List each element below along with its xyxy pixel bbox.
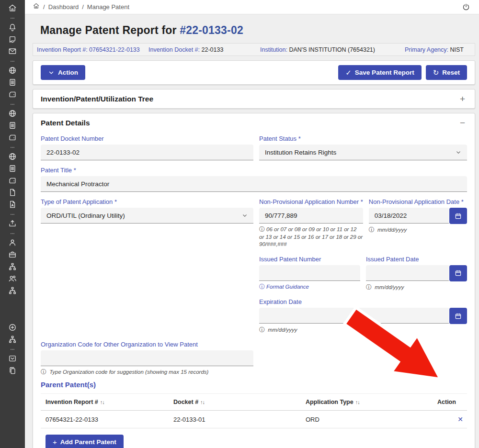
menu-dots-icon — [7, 231, 18, 236]
col-action: Action — [433, 394, 467, 411]
notifications-bell-icon[interactable] — [7, 22, 18, 32]
globe-icon[interactable] — [7, 152, 18, 161]
sort-icon[interactable]: ↑↓ — [355, 399, 360, 405]
application-type-value: ORD/UTIL (Ordinary Utility) — [46, 212, 125, 219]
np-number-hint: ⓘ06 or 07 or 08 or 09 or 10 or 11 or 12 … — [259, 225, 363, 248]
file-report-icon[interactable] — [7, 200, 18, 209]
institution: Institution: DAN'S INSTITUTION (7654321) — [256, 46, 401, 53]
calendar-icon — [454, 312, 462, 320]
globe-icon[interactable] — [7, 66, 18, 75]
issued-number-input[interactable] — [259, 265, 360, 281]
chevron-down-icon — [241, 213, 248, 219]
document-list-icon[interactable] — [7, 78, 18, 87]
info-icon: ⓘ — [369, 226, 375, 233]
breadcrumb-dashboard[interactable]: Dashboard — [48, 3, 79, 11]
cell-docket: 22-0133-01 — [169, 411, 301, 428]
mail-icon[interactable] — [7, 46, 18, 56]
patent-docket-input[interactable] — [41, 145, 253, 160]
invention-report-number: Invention Report #: 07654321-22-0133 — [33, 46, 145, 53]
power-logout-button[interactable] — [462, 3, 470, 11]
action-dropdown-button[interactable]: Action — [41, 65, 85, 80]
reset-button[interactable]: ↻ Reset — [426, 65, 467, 80]
inbox-icon[interactable] — [7, 354, 18, 363]
issued-date-hint: ⓘ mm/dd/yyyy — [366, 283, 467, 291]
org-code-field: Organization Code for Other Organization… — [41, 341, 253, 376]
cell-invention-report: 07654321-22-0133 — [41, 411, 169, 428]
patent-status-label: Patent Status * — [259, 135, 467, 142]
col-application-type[interactable]: Application Type↑↓ — [301, 394, 433, 411]
org-code-input[interactable] — [41, 350, 253, 366]
chat-icon[interactable] — [7, 34, 18, 44]
org-chart-icon[interactable] — [7, 286, 18, 295]
topbar: / Dashboard / Manage Patent — [25, 0, 479, 14]
left-nav-sidebar — [0, 0, 25, 448]
save-patent-report-button[interactable]: ✓ Save Patent Report — [338, 65, 421, 80]
breadcrumb: / Dashboard / Manage Patent — [33, 2, 129, 12]
issued-date-calendar-button[interactable] — [449, 265, 467, 281]
home-icon[interactable] — [33, 2, 40, 10]
menu-dots-icon — [7, 212, 18, 217]
expiration-date-field: Expiration Date ⓘ mm/dd/yyyy — [259, 298, 467, 334]
add-circle-icon[interactable] — [7, 323, 18, 332]
upload-icon[interactable] — [7, 219, 18, 228]
wallet-icon[interactable] — [7, 133, 18, 142]
globe-icon[interactable] — [7, 109, 18, 118]
application-type-field: Type of Patent Application * ORD/UTIL (O… — [41, 198, 253, 337]
application-type-select[interactable]: ORD/UTIL (Ordinary Utility) — [41, 208, 253, 224]
home-icon[interactable] — [7, 3, 18, 13]
application-type-label: Type of Patent Application * — [41, 198, 253, 205]
format-guidance-link[interactable]: ⓘFormat Guidance — [259, 283, 360, 291]
col-invention-report[interactable]: Invention Report #↑↓ — [41, 394, 169, 411]
info-icon: ⓘ — [366, 284, 372, 291]
toolbar-right: ✓ Save Patent Report ↻ Reset — [338, 65, 467, 80]
expiration-date-label: Expiration Date — [259, 298, 467, 305]
primary-agency: Primary Agency: NIST — [401, 46, 475, 53]
expand-icon[interactable]: + — [458, 94, 467, 103]
copy-pages-icon[interactable] — [7, 366, 18, 375]
user-icon[interactable] — [7, 238, 18, 247]
add-parent-patent-button[interactable]: + Add Parent Patent — [46, 435, 124, 448]
patent-report-id: #22-0133-02 — [180, 24, 243, 36]
expiration-date-input[interactable] — [259, 308, 449, 324]
org-chart-icon[interactable] — [7, 335, 18, 344]
np-number-label: Non-Provisional Application Number * — [259, 198, 363, 205]
invention-docket-number: Invention Docket #: 22-0133 — [145, 46, 256, 53]
np-date-calendar-button[interactable] — [449, 208, 467, 224]
collapse-icon[interactable]: − — [458, 118, 467, 127]
menu-dots-icon — [7, 101, 18, 107]
info-icon: ⓘ — [259, 283, 265, 290]
breadcrumb-current-page: Manage Patent — [87, 3, 129, 11]
issued-patent-number-field: Issued Patent Number ⓘFormat Guidance — [259, 256, 360, 291]
np-number-input[interactable] — [259, 208, 363, 224]
users-group-icon[interactable] — [7, 274, 18, 283]
calendar-icon — [454, 269, 462, 277]
tree-section-header[interactable]: Invention/Patent/Utilization Tree + — [33, 90, 475, 108]
document-list-icon[interactable] — [7, 164, 18, 173]
document-list-icon[interactable] — [7, 121, 18, 130]
calendar-icon — [454, 212, 462, 220]
expiration-date-calendar-button[interactable] — [449, 308, 467, 324]
issued-date-input[interactable] — [366, 265, 449, 281]
org-chart-icon[interactable] — [7, 262, 18, 271]
menu-dots-icon — [7, 58, 18, 64]
np-application-date-field: Non-Provisional Application Date * ⓘ mm/… — [369, 198, 467, 248]
sort-icon[interactable]: ↑↓ — [200, 399, 205, 405]
menu-dots-icon — [7, 15, 18, 21]
remove-parent-patent-button[interactable]: ✕ — [457, 415, 463, 423]
col-docket[interactable]: Docket #↑↓ — [169, 394, 301, 411]
patent-title-input[interactable] — [41, 176, 467, 192]
tree-section-title: Invention/Patent/Utilization Tree — [41, 95, 153, 103]
page-title: Manage Patent Report for #22-0133-02 — [40, 24, 475, 37]
patent-details-header[interactable]: Patent Details − — [33, 113, 475, 132]
parent-patents-heading: Parent Patent(s) — [41, 381, 467, 389]
file-icon[interactable] — [7, 188, 18, 197]
wallet-icon[interactable] — [7, 90, 18, 99]
briefcase-icon[interactable] — [7, 250, 18, 259]
patent-status-select[interactable]: Institution Retains Rights — [259, 145, 467, 160]
patent-details-section: Patent Details − Patent Docket Number Pa… — [33, 113, 475, 448]
issued-number-label: Issued Patent Number — [259, 256, 360, 263]
sort-icon[interactable]: ↑↓ — [100, 399, 104, 405]
toolbar: Action ✓ Save Patent Report ↻ Reset — [33, 60, 475, 85]
wallet-icon[interactable] — [7, 176, 18, 185]
np-date-input[interactable] — [369, 208, 449, 224]
